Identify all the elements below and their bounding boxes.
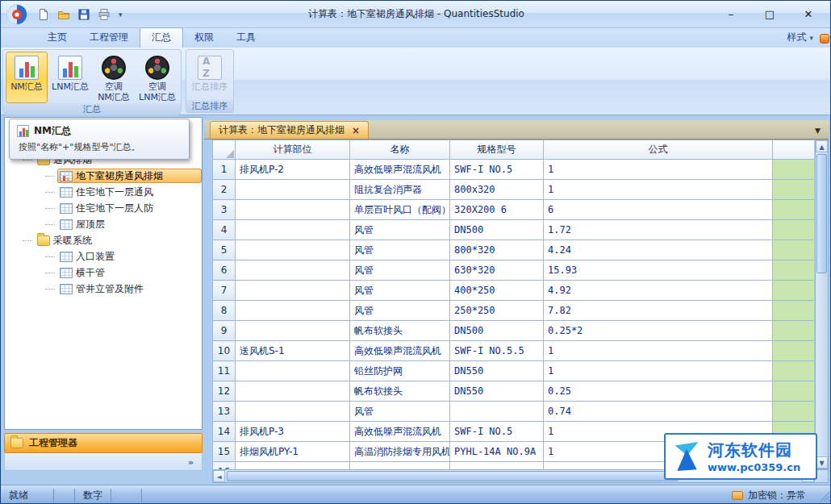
maximize-button[interactable]: □ [759,8,780,20]
close-button[interactable]: ✕ [798,8,819,20]
cell-formula[interactable]: 0.25*2 [544,321,773,341]
cell-name[interactable]: 阻抗复合消声器 [350,180,450,200]
cell-name[interactable]: 风管 [350,301,450,321]
cell-spec[interactable]: SWF-I NO.5.5 [450,341,544,361]
row-number[interactable]: 15 [213,442,236,462]
app-corner-icon[interactable] [820,34,829,44]
cell-name[interactable]: 高温消防排烟专用风机 [350,442,450,462]
tree-item[interactable]: 屋顶层 [5,216,202,232]
cell-spec[interactable]: SWF-I NO.5 [450,160,544,180]
cell-part[interactable] [236,462,350,470]
cell-extra[interactable] [773,381,815,402]
cell-extra[interactable] [773,301,815,321]
qat-customize-arrow-icon[interactable]: ▾ [119,10,123,19]
table-row[interactable]: 10 送风机S-1 高效低噪声混流风机 SWF-I NO.5.5 1 [213,341,815,361]
row-number[interactable]: 4 [213,220,236,240]
vertical-scrollbar-thumb[interactable] [816,154,827,273]
col-header-formula[interactable]: 公式 [544,140,773,160]
row-number[interactable]: 3 [213,200,236,220]
ribbon-tab[interactable]: 权限 [183,28,225,48]
cell-spec[interactable]: 630*320 [450,260,544,281]
cell-spec[interactable]: PYHL-14A NO.9A [450,442,544,462]
minimize-button[interactable]: – [720,8,741,20]
row-number[interactable]: 9 [213,321,236,341]
cell-name[interactable]: 风管 [350,220,450,240]
cell-part[interactable] [236,220,350,240]
cell-part[interactable] [236,260,350,281]
cell-formula[interactable]: 0.74 [544,402,773,422]
tab-list-arrow-icon[interactable]: ▼ [815,127,821,139]
cell-name[interactable]: 单层百叶风口（配阀） [350,200,450,220]
document-tab[interactable]: 计算表：地下室裙房通风排烟 × [210,121,369,139]
cell-formula[interactable]: 1 [544,361,773,381]
row-number[interactable]: 7 [213,281,236,301]
cell-name[interactable]: 风管 [350,402,450,422]
cell-extra[interactable] [773,260,815,281]
cell-spec[interactable]: 400*250 [450,281,544,301]
cell-formula[interactable]: 4.24 [544,240,773,260]
cell-extra[interactable] [773,402,815,422]
table-row[interactable]: 12 帆布软接头 DN550 0.25 [213,381,815,402]
cell-name[interactable]: 风管 [350,281,450,301]
cell-spec[interactable]: 800*320 [450,240,544,260]
cell-name[interactable]: 风管 [350,260,450,281]
cell-name[interactable]: 高效低噪声混流风机 [350,422,450,442]
cell-name[interactable]: 帆布软接头 [350,381,450,402]
cell-name[interactable]: 高效低噪声混流风机 [350,160,450,180]
table-row[interactable]: 7 风管 400*250 4.92 [213,281,815,301]
scroll-down-icon[interactable]: ▼ [816,456,828,469]
cell-part[interactable] [236,240,350,260]
row-number[interactable]: 12 [213,381,236,402]
cell-extra[interactable] [773,281,815,301]
cell-part[interactable]: 送风机S-1 [236,341,350,361]
cell-spec[interactable] [450,462,544,470]
table-row[interactable]: 9 帆布软接头 DN500 0.25*2 [213,321,815,341]
ribbon-button[interactable]: LNM汇总 [49,52,91,103]
table-row[interactable]: 11 铅丝防护网 DN550 1 [213,361,815,381]
row-number[interactable]: 1 [213,160,236,180]
horizontal-scrollbar-thumb[interactable] [227,471,679,481]
cell-spec[interactable]: DN550 [450,381,544,402]
save-icon[interactable] [76,6,92,23]
cell-formula[interactable]: 1 [544,160,773,180]
resize-grip[interactable] [819,490,829,501]
table-row[interactable]: 6 风管 630*320 15.93 [213,260,815,281]
cell-part[interactable] [236,402,350,422]
cell-extra[interactable] [773,341,815,361]
ribbon-button[interactable]: NM汇总 [6,52,48,103]
table-row[interactable]: 4 风管 DN500 1.72 [213,220,815,240]
table-row[interactable]: 2 阻抗复合消声器 800x320 1 [213,180,815,200]
ribbon-button[interactable]: 汇总排序 [189,52,231,100]
project-manager-header[interactable]: 工程管理器 [4,433,203,453]
row-number[interactable]: 6 [213,260,236,281]
tree-item[interactable]: 入口装置 [5,248,202,264]
cell-extra[interactable] [773,160,815,180]
ribbon-button[interactable]: 空调 LNM汇总 [136,52,178,103]
cell-name[interactable]: 高效低噪声混流风机 [350,341,450,361]
cell-spec[interactable]: 250*250 [450,301,544,321]
col-header-spec[interactable]: 规格型号 [450,140,544,160]
cell-part[interactable]: 排烟风机PY-1 [236,442,350,462]
cell-part[interactable] [236,200,350,220]
cell-formula[interactable]: 0.25 [544,381,773,402]
table-row[interactable]: 3 单层百叶风口（配阀） 320X200 6 6 [213,200,815,220]
tree-item[interactable]: 住宅地下一层人防 [5,200,202,216]
ribbon-button[interactable]: 空调 NM汇总 [93,52,135,103]
row-number[interactable]: 2 [213,180,236,200]
cell-formula[interactable]: 6 [544,200,773,220]
cell-extra[interactable] [773,180,815,200]
ribbon-tab[interactable]: 主页 [36,28,78,48]
cell-name[interactable] [350,462,450,470]
ribbon-tab[interactable]: 汇总 [140,27,183,48]
ribbon-tab[interactable]: 工程管理 [78,28,140,48]
cell-part[interactable] [236,361,350,381]
row-number[interactable]: 11 [213,361,236,381]
cell-spec[interactable]: DN500 [450,321,544,341]
cell-part[interactable] [236,180,350,200]
cell-spec[interactable] [450,402,544,422]
cell-part[interactable]: 排风机P-3 [236,422,350,442]
style-dropdown[interactable]: 样式 ▾ [787,31,820,48]
row-number[interactable]: 16 [213,462,236,470]
cell-formula[interactable]: 1.72 [544,220,773,240]
col-header-name[interactable]: 名称 [350,140,450,160]
